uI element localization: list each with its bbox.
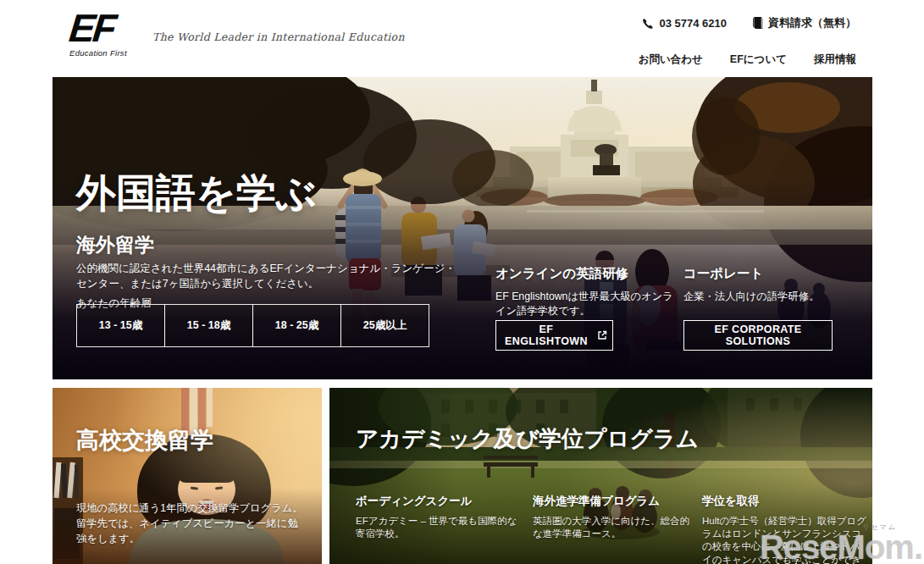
corporate-block: コーポレート 企業・法人向けの語学研修。 — [683, 265, 871, 304]
university-prep-description: 英語圏の大学入学に向けた、総合的な進学準備コース。 — [533, 515, 694, 540]
degree-column[interactable]: 学位を取得 Hultの学士号（経営学士）取得プログラムはロンドンとサンフランシス… — [702, 494, 868, 564]
high-school-exchange-heading: 高校交換留学 — [76, 425, 213, 456]
ef-englishtown-button-label: EF ENGLISHTOWN — [501, 323, 591, 347]
ef-corporate-solutions-button[interactable]: EF CORPORATE SOLUTIONS — [683, 320, 833, 351]
brochure-link[interactable]: 資料請求（無料） — [752, 15, 856, 30]
hero-title: 外国語を学ぶ — [76, 173, 317, 213]
ef-logo[interactable]: EF Education First — [69, 8, 127, 58]
phone-link[interactable]: 03 5774 6210 — [641, 17, 727, 30]
age-button-13-15[interactable]: 13 - 15歳 — [76, 304, 165, 347]
age-button-15-18[interactable]: 15 - 18歳 — [164, 304, 253, 347]
online-english-block: オンラインの英語研修 EF Englishtownは世界最大級のオンライン語学学… — [495, 265, 675, 318]
age-button-18-25[interactable]: 18 - 25歳 — [252, 304, 341, 347]
header-nav: お問い合わせ EFについて 採用情報 — [639, 53, 856, 67]
degree-description: Hultの学士号（経営学士）取得プログラムはロンドンとサンフランシスコの校舎を中… — [702, 515, 868, 564]
boarding-school-description: EFアカデミー – 世界で最も国際的な寄宿学校。 — [356, 515, 522, 540]
ef-logo-mark: EF — [68, 8, 130, 47]
age-button-25-plus[interactable]: 25歳以上 — [340, 304, 429, 347]
nav-item-contact[interactable]: お問い合わせ — [639, 53, 703, 67]
university-prep-heading: 海外進学準備プログラム — [533, 494, 694, 509]
study-abroad-heading: 海外留学 — [76, 232, 154, 258]
nav-item-careers[interactable]: 採用情報 — [814, 53, 856, 67]
online-english-description: EF Englishtownは世界最大級のオンライン語学学校です。 — [495, 290, 675, 318]
phone-icon — [641, 17, 654, 30]
external-link-icon — [597, 330, 607, 340]
study-abroad-description: 公的機関に認定された世界44都市にあるEFインターナショナル・ランゲージ・センタ… — [76, 261, 459, 291]
boarding-school-column[interactable]: ボーディングスクール EFアカデミー – 世界で最も国際的な寄宿学校。 — [356, 494, 522, 540]
hero-section: 外国語を学ぶ 海外留学 公的機関に認定された世界44都市にあるEFインターナショ… — [53, 77, 872, 379]
header-right: 03 5774 6210 資料請求（無料） お問い合わせ EFについて 採用情報 — [639, 15, 856, 67]
university-prep-column[interactable]: 海外進学準備プログラム 英語圏の大学入学に向けた、総合的な進学準備コース。 — [533, 494, 694, 540]
contact-row: 03 5774 6210 資料請求（無料） — [639, 15, 856, 30]
ef-englishtown-button[interactable]: EF ENGLISHTOWN — [495, 320, 613, 351]
boarding-school-heading: ボーディングスクール — [356, 494, 522, 509]
high-school-exchange-description: 現地の高校に通う1年間の交換留学プログラム。留学先では、ネイティブスピーカーと一… — [76, 501, 303, 546]
age-button-row: 13 - 15歳 15 - 18歳 18 - 25歳 25歳以上 — [76, 304, 429, 347]
corporate-description: 企業・法人向けの語学研修。 — [683, 290, 871, 304]
tagline: The World Leader in International Educat… — [152, 30, 405, 43]
academic-degree-card[interactable]: アカデミック及び学位プログラム ボーディングスクール EFアカデミー – 世界で… — [329, 388, 872, 564]
ef-corporate-button-label: EF CORPORATE SOLUTIONS — [689, 323, 827, 347]
online-english-heading: オンラインの英語研修 — [495, 265, 675, 283]
nav-item-about-ef[interactable]: EFについて — [730, 53, 787, 67]
brochure-label: 資料請求（無料） — [768, 15, 856, 30]
site-header: EF Education First The World Leader in I… — [0, 0, 924, 77]
high-school-exchange-card[interactable]: 高校交換留学 現地の高校に通う1年間の交換留学プログラム。留学先では、ネイティブ… — [53, 388, 322, 564]
phone-number: 03 5774 6210 — [659, 17, 727, 30]
book-icon — [752, 16, 763, 30]
degree-heading: 学位を取得 — [702, 494, 868, 509]
corporate-heading: コーポレート — [683, 265, 871, 283]
academic-degree-heading: アカデミック及び学位プログラム — [356, 423, 699, 454]
